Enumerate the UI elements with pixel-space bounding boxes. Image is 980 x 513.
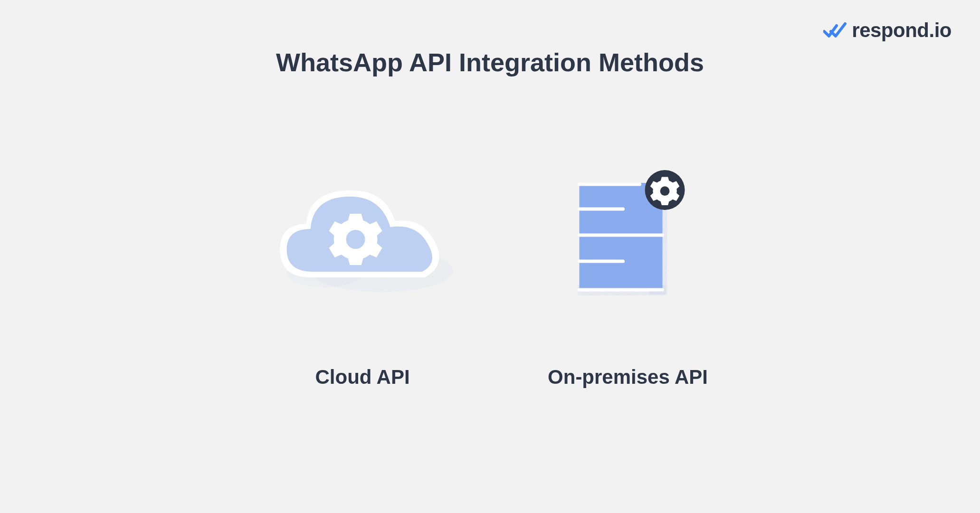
page-title: WhatsApp API Integration Methods xyxy=(276,48,704,77)
brand-logo: respond.io xyxy=(823,19,951,42)
cards-container: Cloud API xyxy=(272,162,708,389)
cloud-api-icon xyxy=(272,162,453,304)
card-label-onprem: On-premises API xyxy=(548,366,708,389)
logo-text: respond.io xyxy=(852,19,951,42)
card-onprem-api: On-premises API xyxy=(548,162,708,389)
svg-point-2 xyxy=(346,230,365,249)
card-cloud-api: Cloud API xyxy=(272,162,453,389)
logo-checkmark-icon xyxy=(823,21,847,40)
svg-point-12 xyxy=(660,186,670,196)
card-label-cloud: Cloud API xyxy=(315,366,410,389)
onprem-api-icon xyxy=(561,162,694,304)
